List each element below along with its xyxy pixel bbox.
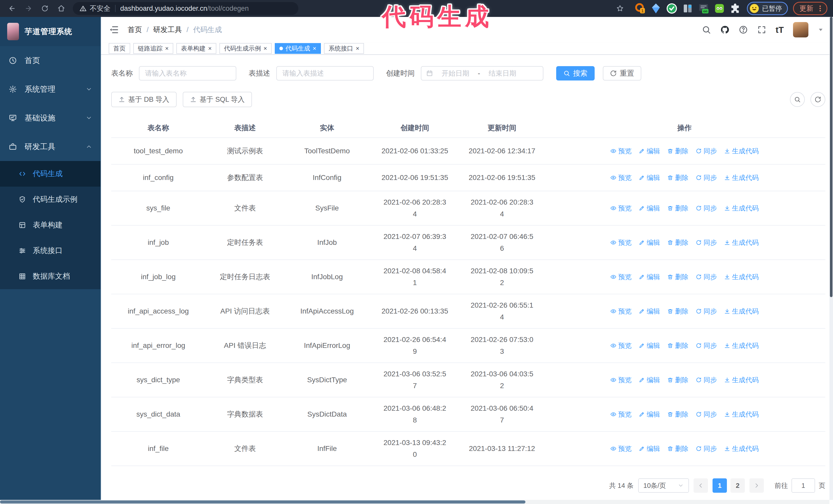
browser-profile-chip[interactable]: 已暂停	[747, 2, 788, 15]
font-size-icon[interactable]: tT	[776, 25, 784, 35]
action-generate-code[interactable]: 生成代码	[724, 340, 759, 352]
goto-page-input[interactable]	[791, 478, 815, 493]
header-search-icon[interactable]	[702, 25, 711, 34]
extension-check-icon[interactable]	[666, 3, 678, 14]
tab-form-builder[interactable]: 表单构建×	[176, 43, 216, 54]
action-delete[interactable]: 删除	[667, 374, 688, 386]
extension-toggles-icon[interactable]	[682, 3, 694, 14]
extension-gem-icon[interactable]	[650, 3, 662, 14]
search-button[interactable]: 搜索	[556, 66, 595, 80]
action-generate-code[interactable]: 生成代码	[724, 305, 759, 317]
action-sync[interactable]: 同步	[696, 237, 717, 248]
sidebar-collapse-icon[interactable]	[109, 25, 119, 35]
action-delete[interactable]: 删除	[667, 237, 688, 248]
tab-close-icon[interactable]: ×	[356, 45, 359, 51]
sidebar-subitem-codegen-example[interactable]: 代码生成示例	[0, 187, 100, 212]
sidebar-subitem-form-builder[interactable]: 表单构建	[0, 212, 100, 238]
action-edit[interactable]: 编辑	[639, 374, 660, 386]
action-preview[interactable]: 预览	[610, 145, 632, 157]
action-delete[interactable]: 删除	[667, 408, 688, 420]
action-edit[interactable]: 编辑	[639, 340, 660, 352]
action-delete[interactable]: 删除	[667, 271, 688, 283]
action-delete[interactable]: 删除	[667, 202, 688, 214]
action-edit[interactable]: 编辑	[639, 172, 660, 184]
sidebar-subitem-codegen[interactable]: 代码生成	[0, 161, 100, 187]
action-edit[interactable]: 编辑	[639, 202, 660, 214]
action-sync[interactable]: 同步	[696, 443, 717, 455]
tab-close-icon[interactable]: ×	[263, 45, 267, 51]
action-preview[interactable]: 预览	[610, 443, 632, 455]
sidebar-item-system[interactable]: 系统管理	[0, 75, 100, 103]
action-delete[interactable]: 删除	[667, 443, 688, 455]
sidebar-subitem-system-api[interactable]: 系统接口	[0, 238, 100, 264]
table-name-input[interactable]	[139, 66, 236, 80]
next-page-button[interactable]	[749, 478, 764, 493]
action-generate-code[interactable]: 生成代码	[724, 374, 759, 386]
page-size-select[interactable]: 10条/页	[638, 478, 689, 493]
action-sync[interactable]: 同步	[696, 202, 717, 214]
tab-system-api[interactable]: 系统接口×	[324, 43, 364, 54]
action-generate-code[interactable]: 生成代码	[724, 237, 759, 248]
refresh-table-button[interactable]	[810, 92, 825, 107]
action-preview[interactable]: 预览	[610, 202, 632, 214]
extension-loop-icon[interactable]: 1	[634, 3, 646, 14]
address-bar[interactable]: 不安全 dashboard.yudao.iocoder.cn/tool/code…	[73, 2, 298, 15]
action-preview[interactable]: 预览	[610, 237, 632, 248]
fullscreen-icon[interactable]	[757, 25, 766, 34]
page-button-1[interactable]: 1	[713, 478, 727, 493]
bookmark-star-icon[interactable]	[614, 2, 626, 15]
action-edit[interactable]: 编辑	[639, 305, 660, 317]
avatar-caret-icon[interactable]	[818, 27, 824, 33]
action-sync[interactable]: 同步	[696, 145, 717, 157]
tab-close-icon[interactable]: ×	[165, 45, 169, 51]
action-edit[interactable]: 编辑	[639, 408, 660, 420]
page-button-2[interactable]: 2	[731, 478, 745, 493]
action-preview[interactable]: 预览	[610, 340, 632, 352]
action-edit[interactable]: 编辑	[639, 271, 660, 283]
action-edit[interactable]: 编辑	[639, 145, 660, 157]
action-generate-code[interactable]: 生成代码	[724, 145, 759, 157]
tab-home[interactable]: 首页	[109, 43, 130, 54]
sidebar-subitem-db-doc[interactable]: 数据库文档	[0, 264, 100, 289]
tab-close-icon[interactable]: ×	[208, 45, 212, 51]
browser-update-button[interactable]: 更新	[793, 2, 827, 15]
start-date-input[interactable]	[435, 70, 476, 77]
extension-monkey-icon[interactable]	[714, 3, 725, 14]
reset-button[interactable]: 重置	[603, 66, 641, 80]
action-sync[interactable]: 同步	[696, 271, 717, 283]
action-delete[interactable]: 删除	[667, 172, 688, 184]
action-preview[interactable]: 预览	[610, 408, 632, 420]
action-generate-code[interactable]: 生成代码	[724, 271, 759, 283]
prev-page-button[interactable]	[694, 478, 708, 493]
action-generate-code[interactable]: 生成代码	[724, 408, 759, 420]
vertical-scrollbar[interactable]	[829, 17, 833, 500]
sidebar-item-devtools[interactable]: 研发工具	[0, 132, 100, 161]
extension-on-icon[interactable]: on	[698, 3, 710, 14]
browser-home-icon[interactable]	[55, 2, 68, 15]
user-avatar[interactable]	[793, 22, 808, 38]
extensions-puzzle-icon[interactable]	[730, 3, 741, 14]
action-sync[interactable]: 同步	[696, 374, 717, 386]
action-generate-code[interactable]: 生成代码	[724, 443, 759, 455]
github-icon[interactable]	[720, 25, 730, 34]
vertical-scrollbar-thumb[interactable]	[830, 17, 832, 297]
date-range-picker[interactable]: -	[421, 66, 543, 80]
action-sync[interactable]: 同步	[696, 172, 717, 184]
action-preview[interactable]: 预览	[610, 305, 632, 317]
toggle-search-button[interactable]	[790, 92, 805, 107]
horizontal-scrollbar[interactable]	[0, 500, 829, 504]
tab-codegen-example[interactable]: 代码生成示例×	[219, 43, 272, 54]
action-generate-code[interactable]: 生成代码	[724, 172, 759, 184]
import-sql-button[interactable]: 基于 SQL 导入	[183, 92, 252, 107]
action-delete[interactable]: 删除	[667, 145, 688, 157]
browser-forward-icon[interactable]	[22, 2, 35, 15]
action-preview[interactable]: 预览	[610, 374, 632, 386]
action-generate-code[interactable]: 生成代码	[724, 202, 759, 214]
action-delete[interactable]: 删除	[667, 305, 688, 317]
sidebar-item-infra[interactable]: 基础设施	[0, 103, 100, 132]
action-preview[interactable]: 预览	[610, 172, 632, 184]
breadcrumb-item[interactable]: 首页	[128, 25, 142, 34]
help-icon[interactable]	[739, 25, 748, 34]
tab-trace[interactable]: 链路追踪×	[133, 43, 173, 54]
sidebar-logo-row[interactable]: 芋道管理系统	[0, 17, 100, 46]
